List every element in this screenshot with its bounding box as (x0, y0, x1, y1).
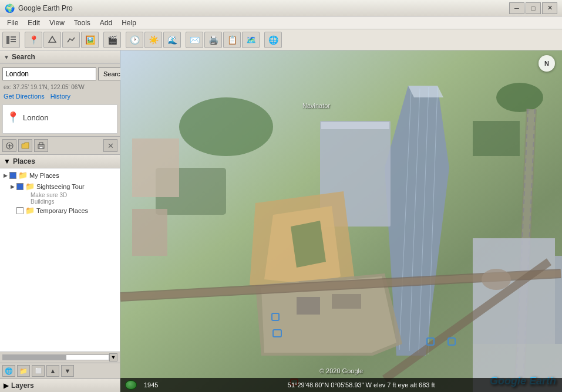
coordinates-label: 51°29'48.60"N 0°05'58.93" W elev 7 ft ey… (165, 381, 557, 388)
titlebar: 🌍 Google Earth Pro ─ □ ✕ (0, 0, 562, 16)
add-polygon-button[interactable] (43, 32, 61, 48)
svg-rect-27 (321, 122, 389, 129)
map-area[interactable]: Navinator N © 2020 Google Google Earth 1… (120, 50, 562, 392)
svg-rect-15 (473, 121, 520, 156)
svg-point-12 (179, 97, 273, 156)
menu-edit[interactable]: Edit (23, 18, 45, 28)
get-directions-link[interactable]: Get Directions (4, 93, 45, 100)
places-down-button[interactable]: ▼ (61, 365, 74, 377)
left-panel: ▼ Search Search ex: 37.25' 19.1'N, 122.0… (0, 50, 120, 392)
map-copyright: © 2020 Google (319, 367, 363, 374)
toolbar: 📍 🖼️ 🎬 🕐 ☀️ 🌊 ✉️ 🖨️ 📋 🗺️ 🌐 (0, 29, 562, 50)
layers-header-label: Layers (11, 381, 34, 390)
historical-imagery-button[interactable]: 🕐 (126, 32, 143, 48)
menu-view[interactable]: View (45, 18, 69, 28)
search-result-london[interactable]: 📍 London (6, 109, 113, 126)
main-layout: ▼ Search Search ex: 37.25' 19.1'N, 122.0… (0, 50, 562, 392)
svg-rect-2 (11, 39, 16, 40)
app-icon: 🌍 (5, 4, 15, 13)
map-options-button[interactable]: 🗺️ (242, 32, 260, 48)
svg-point-43 (482, 269, 511, 290)
places-collapse-arrow[interactable]: ▼ (4, 157, 11, 165)
temporary-folder-icon: 📁 (25, 206, 35, 215)
window-controls: ─ □ ✕ (509, 2, 557, 14)
minimize-button[interactable]: ─ (509, 2, 524, 14)
places-square-button[interactable]: ⬜ (32, 365, 45, 377)
menu-file[interactable]: File (2, 18, 23, 28)
places-up-button[interactable]: ▲ (46, 365, 59, 377)
year-label: 1945 (144, 381, 158, 388)
places-bottom-toolbar: 🌐 📁 ⬜ ▲ ▼ (0, 363, 120, 379)
map-overlay: Navinator (120, 50, 562, 392)
panel-folder-button[interactable] (18, 139, 32, 152)
search-input[interactable] (2, 67, 96, 80)
print-button[interactable]: 🖨️ (204, 32, 222, 48)
app-title: Google Earth Pro (18, 4, 509, 12)
sidebar-toggle-button[interactable] (2, 32, 20, 48)
temporary-checkbox[interactable] (16, 207, 23, 214)
places-folder-button[interactable]: 📁 (17, 365, 30, 377)
menu-add[interactable]: Add (95, 18, 117, 28)
sightseeing-label: Sightseeing Tour (36, 183, 85, 190)
svg-marker-4 (49, 36, 56, 42)
places-tree[interactable]: ▶ 📁 My Places ▶ 📁 Sightseeing Tour Make … (0, 168, 120, 352)
layers-section: ▶ Layers (0, 379, 120, 392)
places-scroll-down[interactable]: ▼ (109, 353, 117, 361)
panel-print-button[interactable] (34, 139, 48, 152)
search-header: ▼ Search (0, 50, 120, 64)
search-collapse-arrow[interactable]: ▼ (4, 54, 9, 60)
sunlight-button[interactable]: ☀️ (144, 32, 162, 48)
places-globe-button[interactable]: 🌐 (2, 365, 15, 377)
buildings-sublabel: Buildings (1, 198, 119, 205)
svg-text:Navinator: Navinator (302, 102, 330, 109)
places-scroll-thumb (3, 355, 66, 360)
panel-toolbar: ✕ (0, 137, 120, 155)
svg-rect-39 (132, 209, 167, 256)
add-placemark-button[interactable]: 📍 (25, 32, 42, 48)
panel-close-button[interactable]: ✕ (103, 139, 117, 152)
tree-item-sightseeing[interactable]: ▶ 📁 Sightseeing Tour (1, 181, 119, 192)
places-header-label: Places (13, 157, 35, 165)
result-pin-icon: 📍 (8, 111, 18, 124)
history-link[interactable]: History (51, 93, 70, 100)
maximize-button[interactable]: □ (526, 2, 541, 14)
search-section: ▼ Search Search ex: 37.25' 19.1'N, 122.0… (0, 50, 120, 137)
record-tour-button[interactable]: 🎬 (103, 32, 121, 48)
menu-tools[interactable]: Tools (69, 18, 95, 28)
panel-add-button[interactable] (2, 139, 16, 152)
places-header: ▼ Places (0, 155, 120, 168)
earth-mini-icon (125, 380, 137, 390)
email-button[interactable]: ✉️ (186, 32, 203, 48)
svg-point-14 (496, 83, 543, 112)
statusbar: 1945 51°29'48.60"N 0°05'58.93" W elev 7 … (120, 378, 562, 392)
svg-rect-33 (297, 297, 320, 315)
my-places-expand[interactable]: ▶ (4, 173, 8, 178)
menubar: File Edit View Tools Add Help (0, 16, 562, 29)
svg-marker-30 (291, 221, 326, 268)
add-path-button[interactable] (62, 32, 80, 48)
my-places-label: My Places (29, 172, 59, 179)
sightseeing-checkbox[interactable] (16, 183, 23, 190)
svg-rect-34 (332, 294, 361, 309)
places-scroll-track[interactable] (2, 354, 109, 360)
temporary-places-label: Temporary Places (36, 207, 88, 214)
ocean-button[interactable]: 🌊 (163, 32, 181, 48)
tree-item-temporary-places[interactable]: ▶ 📁 Temporary Places (1, 205, 119, 216)
menu-help[interactable]: Help (117, 18, 141, 28)
earth-button[interactable]: 🌐 (264, 32, 282, 48)
my-places-checkbox[interactable] (9, 172, 16, 179)
svg-marker-21 (408, 86, 443, 97)
copyright-text: © 2020 Google (319, 367, 363, 374)
compass: N (539, 55, 555, 72)
sightseeing-sublabel: Make sure 3D (1, 192, 119, 198)
sightseeing-expand[interactable]: ▶ (11, 184, 15, 190)
layers-expand-arrow[interactable]: ▶ (4, 381, 9, 390)
copy-image-button[interactable]: 📋 (223, 32, 241, 48)
layers-header[interactable]: ▶ Layers (0, 379, 120, 392)
result-name: London (23, 113, 48, 122)
close-button[interactable]: ✕ (542, 2, 557, 14)
image-overlay-button[interactable]: 🖼️ (81, 32, 99, 48)
tree-item-my-places[interactable]: ▶ 📁 My Places (1, 170, 119, 181)
svg-rect-1 (11, 36, 16, 38)
svg-rect-3 (11, 41, 16, 42)
